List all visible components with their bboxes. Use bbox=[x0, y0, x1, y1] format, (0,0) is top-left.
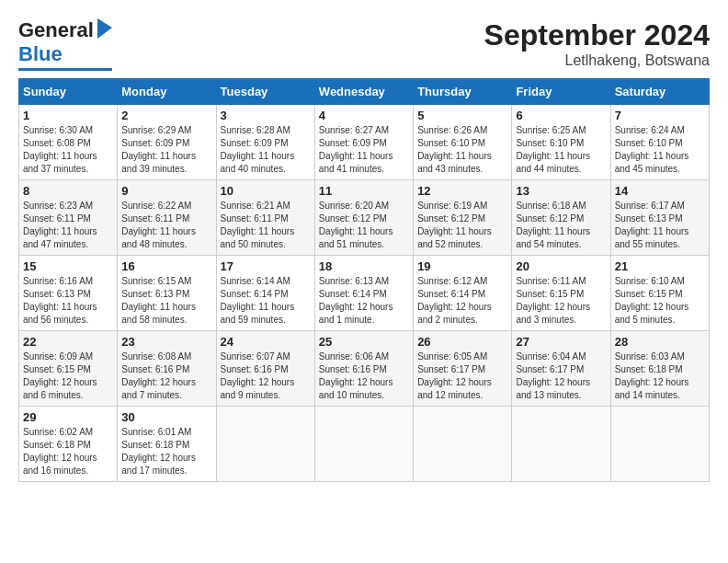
day-number: 2 bbox=[121, 109, 211, 122]
calendar-cell: 6 Sunrise: 6:25 AM Sunset: 6:10 PM Dayli… bbox=[512, 105, 610, 180]
calendar-cell bbox=[216, 407, 314, 482]
day-info: Sunrise: 6:25 AM Sunset: 6:10 PM Dayligh… bbox=[516, 124, 606, 176]
sunset-label: Sunset: 6:18 PM bbox=[615, 364, 683, 374]
sunrise-label: Sunrise: 6:15 AM bbox=[121, 276, 191, 286]
calendar-cell: 15 Sunrise: 6:16 AM Sunset: 6:13 PM Dayl… bbox=[19, 256, 118, 331]
sunrise-label: Sunrise: 6:13 AM bbox=[319, 276, 389, 286]
sunrise-label: Sunrise: 6:09 AM bbox=[23, 351, 93, 362]
day-number: 25 bbox=[319, 335, 409, 349]
sunset-label: Sunset: 6:13 PM bbox=[615, 213, 683, 224]
sunset-label: Sunset: 6:18 PM bbox=[121, 440, 189, 450]
calendar-cell: 14 Sunrise: 6:17 AM Sunset: 6:13 PM Dayl… bbox=[610, 180, 709, 256]
day-info: Sunrise: 6:04 AM Sunset: 6:17 PM Dayligh… bbox=[516, 350, 606, 402]
sunset-label: Sunset: 6:18 PM bbox=[23, 440, 91, 450]
calendar-cell: 16 Sunrise: 6:15 AM Sunset: 6:13 PM Dayl… bbox=[118, 256, 216, 331]
day-number: 23 bbox=[121, 335, 211, 349]
day-info: Sunrise: 6:26 AM Sunset: 6:10 PM Dayligh… bbox=[417, 124, 507, 176]
daylight-label: Daylight: 11 hours and 56 minutes. bbox=[23, 302, 97, 325]
day-number: 9 bbox=[121, 184, 211, 198]
day-number: 30 bbox=[121, 410, 211, 424]
day-number: 1 bbox=[23, 109, 113, 122]
header-tuesday: Tuesday bbox=[216, 79, 314, 105]
sunset-label: Sunset: 6:13 PM bbox=[121, 289, 189, 299]
sunrise-label: Sunrise: 6:11 AM bbox=[516, 276, 586, 286]
daylight-label: Daylight: 11 hours and 59 minutes. bbox=[221, 302, 295, 325]
calendar-cell: 22 Sunrise: 6:09 AM Sunset: 6:15 PM Dayl… bbox=[19, 331, 118, 407]
day-number: 4 bbox=[319, 109, 409, 122]
calendar-cell: 12 Sunrise: 6:19 AM Sunset: 6:12 PM Dayl… bbox=[414, 180, 512, 256]
day-info: Sunrise: 6:27 AM Sunset: 6:09 PM Dayligh… bbox=[319, 124, 409, 176]
calendar-table: SundayMondayTuesdayWednesdayThursdayFrid… bbox=[18, 78, 710, 482]
sunset-label: Sunset: 6:15 PM bbox=[23, 364, 91, 374]
sunrise-label: Sunrise: 6:04 AM bbox=[516, 351, 586, 362]
calendar-cell: 1 Sunrise: 6:30 AM Sunset: 6:08 PM Dayli… bbox=[19, 105, 118, 180]
calendar-cell bbox=[610, 407, 709, 482]
calendar-cell: 11 Sunrise: 6:20 AM Sunset: 6:12 PM Dayl… bbox=[314, 180, 413, 256]
sunrise-label: Sunrise: 6:12 AM bbox=[417, 276, 487, 286]
day-number: 11 bbox=[319, 184, 409, 198]
sunrise-label: Sunrise: 6:30 AM bbox=[23, 125, 93, 135]
calendar-cell: 9 Sunrise: 6:22 AM Sunset: 6:11 PM Dayli… bbox=[118, 180, 216, 256]
calendar-week-row: 8 Sunrise: 6:23 AM Sunset: 6:11 PM Dayli… bbox=[19, 180, 710, 256]
day-number: 10 bbox=[221, 184, 311, 198]
calendar-cell: 8 Sunrise: 6:23 AM Sunset: 6:11 PM Dayli… bbox=[19, 180, 118, 256]
day-number: 29 bbox=[23, 410, 113, 424]
calendar-week-row: 29 Sunrise: 6:02 AM Sunset: 6:18 PM Dayl… bbox=[19, 407, 710, 482]
sunset-label: Sunset: 6:09 PM bbox=[121, 138, 189, 148]
header-monday: Monday bbox=[118, 79, 216, 105]
day-info: Sunrise: 6:22 AM Sunset: 6:11 PM Dayligh… bbox=[121, 200, 211, 251]
header-wednesday: Wednesday bbox=[314, 79, 413, 105]
header-saturday: Saturday bbox=[610, 79, 709, 105]
day-number: 13 bbox=[516, 184, 606, 198]
sunrise-label: Sunrise: 6:14 AM bbox=[221, 276, 290, 286]
calendar-cell bbox=[512, 407, 610, 482]
daylight-label: Daylight: 12 hours and 1 minute. bbox=[319, 302, 393, 325]
sunrise-label: Sunrise: 6:01 AM bbox=[121, 427, 191, 437]
sunset-label: Sunset: 6:10 PM bbox=[516, 138, 584, 148]
calendar-cell: 2 Sunrise: 6:29 AM Sunset: 6:09 PM Dayli… bbox=[118, 105, 216, 180]
daylight-label: Daylight: 11 hours and 47 minutes. bbox=[23, 226, 97, 249]
sunrise-label: Sunrise: 6:25 AM bbox=[516, 125, 586, 135]
day-info: Sunrise: 6:07 AM Sunset: 6:16 PM Dayligh… bbox=[221, 350, 311, 402]
calendar-cell: 26 Sunrise: 6:05 AM Sunset: 6:17 PM Dayl… bbox=[414, 331, 512, 407]
logo: General Blue bbox=[18, 18, 112, 71]
day-info: Sunrise: 6:08 AM Sunset: 6:16 PM Dayligh… bbox=[121, 350, 211, 402]
sunset-label: Sunset: 6:11 PM bbox=[121, 213, 189, 224]
day-number: 12 bbox=[417, 184, 507, 198]
sunrise-label: Sunrise: 6:07 AM bbox=[221, 351, 290, 362]
daylight-label: Daylight: 11 hours and 51 minutes. bbox=[319, 226, 393, 249]
day-info: Sunrise: 6:28 AM Sunset: 6:09 PM Dayligh… bbox=[221, 124, 311, 176]
day-info: Sunrise: 6:14 AM Sunset: 6:14 PM Dayligh… bbox=[221, 275, 311, 327]
day-info: Sunrise: 6:21 AM Sunset: 6:11 PM Dayligh… bbox=[221, 200, 311, 251]
day-number: 18 bbox=[319, 259, 409, 273]
sunrise-label: Sunrise: 6:28 AM bbox=[221, 125, 290, 135]
day-info: Sunrise: 6:13 AM Sunset: 6:14 PM Dayligh… bbox=[319, 275, 409, 327]
calendar-cell: 4 Sunrise: 6:27 AM Sunset: 6:09 PM Dayli… bbox=[314, 105, 413, 180]
sunset-label: Sunset: 6:15 PM bbox=[615, 289, 683, 299]
day-info: Sunrise: 6:02 AM Sunset: 6:18 PM Dayligh… bbox=[23, 426, 113, 477]
calendar-cell: 10 Sunrise: 6:21 AM Sunset: 6:11 PM Dayl… bbox=[216, 180, 314, 256]
sunset-label: Sunset: 6:11 PM bbox=[221, 213, 289, 224]
daylight-label: Daylight: 11 hours and 41 minutes. bbox=[319, 151, 393, 174]
sunset-label: Sunset: 6:16 PM bbox=[221, 364, 289, 374]
day-number: 15 bbox=[23, 259, 113, 273]
calendar-cell: 20 Sunrise: 6:11 AM Sunset: 6:15 PM Dayl… bbox=[512, 256, 610, 331]
daylight-label: Daylight: 11 hours and 54 minutes. bbox=[516, 226, 590, 249]
sunset-label: Sunset: 6:12 PM bbox=[417, 213, 485, 224]
day-info: Sunrise: 6:16 AM Sunset: 6:13 PM Dayligh… bbox=[23, 275, 113, 327]
calendar-week-row: 15 Sunrise: 6:16 AM Sunset: 6:13 PM Dayl… bbox=[19, 256, 710, 331]
sunrise-label: Sunrise: 6:02 AM bbox=[23, 427, 93, 437]
day-info: Sunrise: 6:24 AM Sunset: 6:10 PM Dayligh… bbox=[615, 124, 705, 176]
calendar-cell: 30 Sunrise: 6:01 AM Sunset: 6:18 PM Dayl… bbox=[118, 407, 216, 482]
daylight-label: Daylight: 11 hours and 52 minutes. bbox=[417, 226, 492, 249]
day-info: Sunrise: 6:09 AM Sunset: 6:15 PM Dayligh… bbox=[23, 350, 113, 402]
day-info: Sunrise: 6:11 AM Sunset: 6:15 PM Dayligh… bbox=[516, 275, 606, 327]
sunset-label: Sunset: 6:10 PM bbox=[417, 138, 485, 148]
header-sunday: Sunday bbox=[19, 79, 118, 105]
day-info: Sunrise: 6:18 AM Sunset: 6:12 PM Dayligh… bbox=[516, 200, 606, 251]
calendar-cell: 27 Sunrise: 6:04 AM Sunset: 6:17 PM Dayl… bbox=[512, 331, 610, 407]
daylight-label: Daylight: 11 hours and 50 minutes. bbox=[221, 226, 295, 249]
calendar-cell: 24 Sunrise: 6:07 AM Sunset: 6:16 PM Dayl… bbox=[216, 331, 314, 407]
daylight-label: Daylight: 11 hours and 44 minutes. bbox=[516, 151, 590, 174]
sunrise-label: Sunrise: 6:27 AM bbox=[319, 125, 389, 135]
